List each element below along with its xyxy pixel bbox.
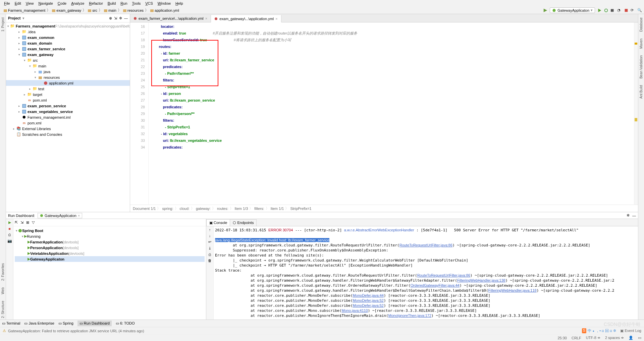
tree-node[interactable]: ▸java <box>6 69 130 74</box>
rd-app[interactable]: ▶ FarmerApplication [devtools] <box>15 239 205 245</box>
structure-tool-tab[interactable]: 2: Structure <box>0 299 5 320</box>
tree-node[interactable]: application.yml <box>6 80 130 86</box>
menu-code[interactable]: Code <box>56 1 68 6</box>
editor-crumb[interactable]: Item 1/1 <box>271 207 284 211</box>
menu-navigate[interactable]: Navigate <box>36 1 55 6</box>
bottom-tab[interactable]: ▭ Terminal <box>2 321 20 326</box>
database-tool-tab[interactable]: Database <box>639 16 644 33</box>
web-tool-tab[interactable]: Web <box>0 286 5 295</box>
editor-crumb[interactable]: routes: <box>217 207 228 211</box>
tree-node[interactable]: ▾exam_gateway <box>6 52 130 57</box>
tree-node[interactable]: ▸exam_domain <box>6 40 130 46</box>
editor-tab[interactable]: exam_gateway\...\application.yml× <box>211 15 281 22</box>
tree-node[interactable]: ▸📁target <box>6 92 130 97</box>
editor-crumb[interactable]: gateway: <box>196 207 211 211</box>
project-tool-tab[interactable]: 1: Project <box>0 16 5 33</box>
bottom-tab[interactable]: ▭ Spring <box>58 321 73 326</box>
tree-node[interactable]: ▸📁test <box>6 86 130 92</box>
gear-icon[interactable]: ✲ <box>627 213 630 218</box>
scroll-down-icon[interactable]: ↓ <box>209 234 211 238</box>
menu-tools[interactable]: Tools <box>130 1 143 6</box>
stop-icon[interactable] <box>624 8 629 13</box>
favorites-tool-tab[interactable]: 2: Favorites <box>0 262 5 282</box>
scroll-up-icon[interactable]: ↑ <box>209 228 211 232</box>
print-icon[interactable]: ⎙ <box>209 252 211 257</box>
hide-icon[interactable]: — <box>124 16 128 20</box>
run-config-selector[interactable]: GatewayApplicaton ▾ <box>550 7 595 13</box>
inspection-icon[interactable]: 👤 <box>629 336 633 340</box>
tree-node[interactable]: ▸exam_common <box>6 35 130 40</box>
menu-build[interactable]: Build <box>106 1 118 6</box>
stop-all-icon[interactable]: ■ <box>8 227 11 231</box>
tree-node[interactable]: 📋Scratches and Consoles <box>6 131 130 137</box>
breadcrumb-item[interactable]: exam_gateway <box>50 8 83 12</box>
bottom-tab[interactable]: ▭ 6: TODO <box>116 321 135 326</box>
tree-node[interactable]: ▾resources <box>6 74 130 80</box>
expand-icon[interactable]: ⇱ <box>15 220 18 225</box>
rerun-icon[interactable]: ▶ <box>8 220 11 225</box>
group-icon[interactable]: ⊞ <box>26 220 29 225</box>
menu-view[interactable]: View <box>24 1 36 6</box>
tree-node[interactable]: ▸📁.idea <box>6 29 130 35</box>
menu-edit[interactable]: Edit <box>13 1 23 6</box>
ant-build-tool-tab[interactable]: Ant Build <box>639 84 644 100</box>
collapse-all-icon[interactable]: ⇲ <box>20 220 23 225</box>
tree-node[interactable]: ⬢Farmers_management.iml <box>6 114 130 120</box>
menu-vcs[interactable]: VCS <box>143 1 155 6</box>
rd-app[interactable]: ▶ GatewayApplicaton <box>15 256 205 262</box>
filter-icon[interactable]: ▽ <box>32 220 35 225</box>
line-separator[interactable]: CRLF <box>572 336 581 340</box>
maven-tool-tab[interactable]: Maven <box>639 37 644 50</box>
project-tree[interactable]: ▾📁Farmers_management F:\Java\space\shuji… <box>6 22 130 212</box>
breadcrumb-item[interactable]: Farmers_management <box>2 8 47 12</box>
file-encoding[interactable]: UTF-8 ≑ <box>586 336 600 340</box>
bottom-tab[interactable]: ▭ Java Enterprise <box>24 321 54 326</box>
console-tab-console[interactable]: ▣ Console <box>206 219 230 226</box>
breadcrumb-item[interactable]: src <box>86 8 99 12</box>
editor-crumb[interactable]: filters: <box>254 207 264 211</box>
debug-icon[interactable] <box>604 8 608 13</box>
breadcrumb-item[interactable]: resources <box>121 8 145 12</box>
editor-crumb[interactable]: Item 1/3 <box>235 207 248 211</box>
menu-refactor[interactable]: Refactor <box>87 1 105 6</box>
tree-node[interactable]: mpom.xml <box>6 97 130 103</box>
menu-file[interactable]: File <box>2 1 12 6</box>
console-output[interactable]: 2022-07-18 15:03:31.615 ERROR 30704 --- … <box>214 226 638 320</box>
console-tab-endpoints[interactable]: ⬡ Endpoints <box>230 219 257 226</box>
search-everywhere-icon[interactable]: 🔍 <box>637 8 642 13</box>
run-icon[interactable] <box>597 8 602 13</box>
editor-tab[interactable]: exam_farmer_service\...\application.yml× <box>130 15 211 22</box>
code-editor[interactable]: 16171819202122232425262728293031323334 l… <box>130 22 638 205</box>
camera-icon[interactable]: 📷 <box>7 239 12 243</box>
rd-root[interactable]: ▾ Spring Boot <box>15 228 205 233</box>
clear-icon[interactable]: 🗑 <box>208 259 212 263</box>
memory-icon[interactable]: ▭ <box>638 336 641 340</box>
settings-icon[interactable]: ✲ <box>119 16 122 20</box>
tree-node[interactable]: ▾📁src <box>6 57 130 63</box>
tree-root[interactable]: ▾📁Farmers_management F:\Java\space\shuji… <box>6 23 130 29</box>
build-icon[interactable] <box>543 8 548 13</box>
breadcrumb-item[interactable]: application.yml <box>149 8 180 12</box>
event-log-button[interactable]: ▣ Event Log <box>620 329 641 333</box>
coverage-icon[interactable]: ▦ <box>610 8 615 13</box>
menu-analyze[interactable]: Analyze <box>69 1 86 6</box>
profile-icon[interactable]: ◔ <box>617 8 622 13</box>
editor-breadcrumb[interactable]: Document 1/1〉spring:〉cloud:〉gateway:〉rou… <box>130 205 638 212</box>
tree-node[interactable]: ▾📁main <box>6 63 130 69</box>
breadcrumb-item[interactable]: main <box>102 8 118 12</box>
menu-run[interactable]: Run <box>118 1 129 6</box>
indent-setting[interactable]: 2 spaces ≑ <box>605 336 624 340</box>
run-dashboard-tree[interactable]: ▾ Spring Boot▾▶ Running▶ FarmerApplicati… <box>13 226 206 320</box>
rd-group[interactable]: ▾▶ Running <box>15 233 205 239</box>
editor-crumb[interactable]: StripPrefix=1 <box>290 207 311 211</box>
bottom-tab[interactable]: ▭ Run Dashboard <box>77 321 112 326</box>
soft-wrap-icon[interactable]: ↩ <box>208 240 211 244</box>
dump-icon[interactable]: ⎙ <box>8 233 11 237</box>
editor-crumb[interactable]: Document 1/1 <box>133 207 156 211</box>
bean-validation-tool-tab[interactable]: Bean Validation <box>639 54 644 80</box>
collapse-icon[interactable]: ⇲ <box>114 16 117 20</box>
tree-node[interactable]: ▸exam_vegetables_service <box>6 109 130 114</box>
menu-window[interactable]: Window <box>156 1 173 6</box>
tree-node[interactable]: ▸exam_farmer_service <box>6 46 130 52</box>
run-dashboard-chip[interactable]: GatewayApplicaton × <box>38 213 82 218</box>
